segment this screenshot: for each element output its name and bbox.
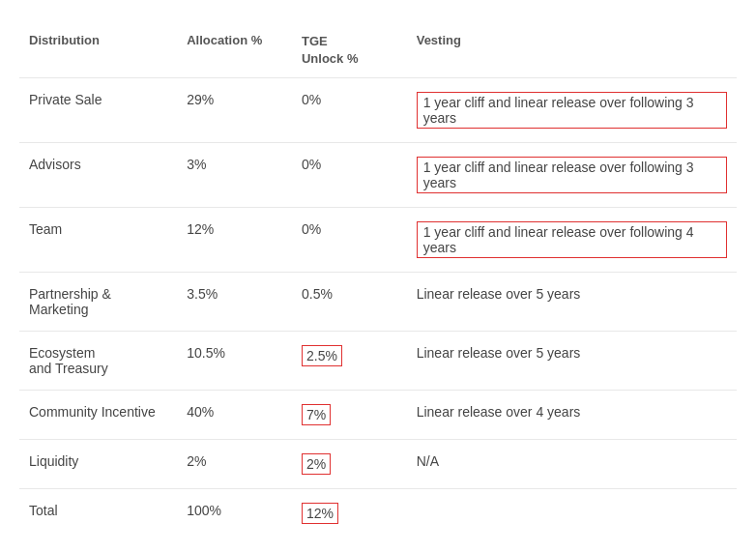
cell-vesting: 1 year cliff and linear release over fol…: [407, 78, 737, 143]
cell-allocation: 10.5%: [177, 332, 292, 391]
cell-tge: 2.5%: [292, 332, 407, 391]
table-row: Private Sale29%0%1 year cliff and linear…: [19, 78, 737, 143]
cell-vesting: Linear release over 5 years: [407, 332, 737, 391]
cell-vesting: N/A: [407, 440, 737, 489]
cell-allocation: 2%: [177, 440, 292, 489]
cell-distribution: Private Sale: [19, 78, 177, 143]
cell-vesting: Linear release over 5 years: [407, 273, 737, 332]
cell-allocation: 3.5%: [177, 273, 292, 332]
cell-tge: 7%: [292, 391, 407, 440]
cell-tge: 0%: [292, 78, 407, 143]
cell-allocation: 100%: [177, 489, 292, 538]
header-vesting: Vesting: [407, 19, 737, 78]
cell-allocation: 40%: [177, 391, 292, 440]
table-row: Community Incentive40%7%Linear release o…: [19, 391, 737, 440]
cell-vesting: [407, 489, 737, 538]
cell-distribution: Liquidity: [19, 440, 177, 489]
cell-tge: 0.5%: [292, 273, 407, 332]
cell-allocation: 29%: [177, 78, 292, 143]
cell-vesting: 1 year cliff and linear release over fol…: [407, 143, 737, 208]
cell-distribution: Ecosystem and Treasury: [19, 332, 177, 391]
table-row: Team12%0%1 year cliff and linear release…: [19, 208, 737, 273]
cell-tge: 2%: [292, 440, 407, 489]
distribution-table: Distribution Allocation % TGE Unlock % V…: [19, 19, 737, 537]
cell-allocation: 3%: [177, 143, 292, 208]
table-row: Partnership & Marketing3.5%0.5%Linear re…: [19, 273, 737, 332]
header-allocation: Allocation %: [177, 19, 292, 78]
cell-distribution: Total: [19, 489, 177, 538]
cell-vesting: 1 year cliff and linear release over fol…: [407, 208, 737, 273]
table-row: Advisors3%0%1 year cliff and linear rele…: [19, 143, 737, 208]
table-row: Total100%12%: [19, 489, 737, 538]
cell-distribution: Community Incentive: [19, 391, 177, 440]
cell-allocation: 12%: [177, 208, 292, 273]
cell-tge: 0%: [292, 208, 407, 273]
header-tge: TGE Unlock %: [292, 19, 407, 78]
table-row: Ecosystem and Treasury10.5%2.5%Linear re…: [19, 332, 737, 391]
cell-tge: 12%: [292, 489, 407, 538]
table-row: Liquidity2%2%N/A: [19, 440, 737, 489]
cell-distribution: Team: [19, 208, 177, 273]
cell-vesting: Linear release over 4 years: [407, 391, 737, 440]
cell-tge: 0%: [292, 143, 407, 208]
header-distribution: Distribution: [19, 19, 177, 78]
cell-distribution: Advisors: [19, 143, 177, 208]
cell-distribution: Partnership & Marketing: [19, 273, 177, 332]
